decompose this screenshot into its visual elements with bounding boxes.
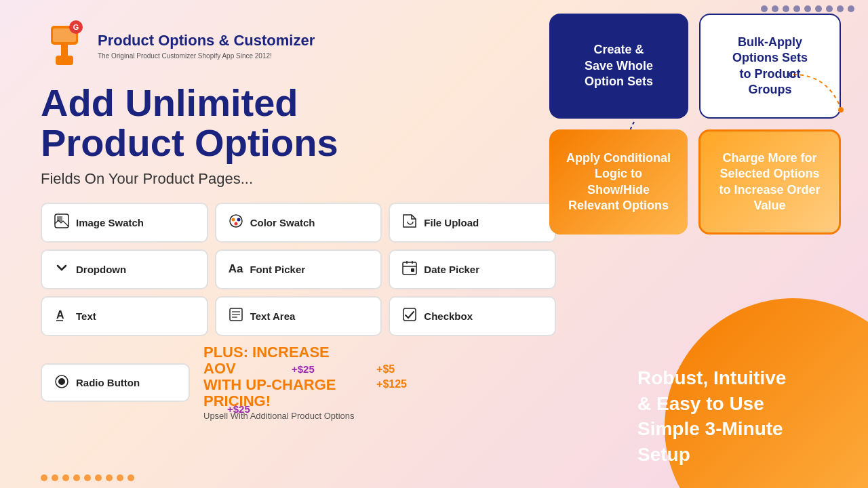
checkbox-icon — [402, 307, 417, 325]
brand-tagline: The Original Product Customizer Shopify … — [98, 52, 315, 60]
price-badge-25: +$25 — [292, 363, 315, 375]
svg-rect-2 — [56, 56, 73, 65]
bulk-apply-card: Bulk-ApplyOptions Setsto ProductGroups — [699, 14, 841, 119]
robust-text: Robust, Intuitive & Easy to Use Simple 3… — [637, 365, 827, 468]
deco-circles-top — [761, 5, 854, 12]
font-picker-label: Font Picker — [250, 264, 305, 275]
image-swatch-label: Image Swatch — [76, 217, 144, 228]
brand-name: Product Options & Customizer — [98, 32, 315, 49]
deco-circles-bottom — [41, 474, 134, 481]
radio-label: Radio Button — [76, 377, 140, 388]
left-panel: G Product Options & Customizer The Origi… — [41, 20, 407, 421]
dropdown-icon — [54, 260, 69, 279]
charge-more-text: Charge More forSelected Optionsto Increa… — [719, 150, 820, 214]
font-picker-button[interactable]: Aa Font Picker — [215, 249, 382, 289]
file-upload-label: File Upload — [424, 217, 479, 228]
create-save-card: Create &Save WholeOption Sets — [549, 14, 688, 119]
radio-aov-row: Radio Button PLUS: INCREASE AOVWITH UP-C… — [41, 344, 407, 422]
svg-point-11 — [234, 222, 237, 225]
date-picker-button[interactable]: Date Picker — [389, 249, 556, 289]
svg-point-10 — [237, 218, 240, 221]
hero-subheadline: Fields On Your Product Pages... — [41, 170, 407, 188]
right-panel: Create &Save WholeOption Sets Bulk-Apply… — [549, 14, 841, 235]
color-swatch-icon — [229, 214, 243, 232]
image-swatch-button[interactable]: Image Swatch — [41, 203, 208, 243]
file-upload-button[interactable]: File Upload — [389, 203, 556, 243]
checkbox-button[interactable]: Checkbox — [389, 296, 556, 336]
dropdown-label: Dropdown — [76, 264, 126, 275]
svg-text:A: A — [56, 309, 64, 321]
logo-icon: G — [41, 20, 88, 71]
price-badge-5: +$5 — [376, 363, 407, 375]
svg-rect-12 — [403, 262, 416, 274]
logo-area: G Product Options & Customizer The Origi… — [41, 20, 407, 71]
date-picker-label: Date Picker — [424, 264, 479, 275]
file-upload-icon — [402, 214, 417, 232]
text-icon: A — [54, 307, 69, 325]
text-area-button[interactable]: Text Area — [215, 296, 382, 336]
color-swatch-label: Color Swatch — [250, 217, 315, 228]
image-swatch-icon — [54, 214, 69, 232]
color-swatch-button[interactable]: Color Swatch — [215, 203, 382, 243]
aov-main-text: PLUS: INCREASE AOVWITH UP-CHARGE PRICING… — [203, 344, 364, 410]
top-cards-row: Create &Save WholeOption Sets Bulk-Apply… — [549, 14, 841, 119]
svg-point-25 — [58, 378, 65, 385]
text-area-icon — [229, 307, 243, 325]
radio-icon — [54, 374, 69, 391]
charge-more-card: Charge More forSelected Optionsto Increa… — [698, 129, 841, 235]
logo-text: Product Options & Customizer The Origina… — [98, 32, 315, 59]
svg-rect-16 — [411, 268, 414, 272]
text-button[interactable]: A Text — [41, 296, 208, 336]
radio-button-option[interactable]: Radio Button — [41, 363, 190, 402]
conditional-text: Apply ConditionalLogic to Show/HideRelev… — [563, 150, 674, 214]
checkbox-label: Checkbox — [424, 310, 473, 322]
create-save-text: Create &Save WholeOption Sets — [585, 42, 653, 89]
svg-rect-23 — [403, 308, 416, 321]
conditional-card: Apply ConditionalLogic to Show/HideRelev… — [549, 129, 688, 235]
price-badge-125: +$125 — [376, 378, 407, 390]
bottom-cards-row: Apply ConditionalLogic to Show/HideRelev… — [549, 129, 841, 235]
price-badge-25-pos: +$25 — [227, 403, 250, 415]
svg-point-9 — [231, 218, 235, 221]
hero-headline: Add Unlimited Product Options — [41, 83, 407, 163]
text-area-label: Text Area — [250, 310, 296, 322]
font-picker-icon: Aa — [229, 262, 243, 276]
options-grid: Image Swatch Color Swatch File Upload Dr… — [41, 203, 556, 336]
bulk-apply-text: Bulk-ApplyOptions Setsto ProductGroups — [732, 35, 808, 98]
dropdown-button[interactable]: Dropdown — [41, 249, 208, 289]
text-label: Text — [76, 310, 96, 322]
date-picker-icon — [402, 260, 417, 279]
svg-text:G: G — [73, 23, 79, 31]
